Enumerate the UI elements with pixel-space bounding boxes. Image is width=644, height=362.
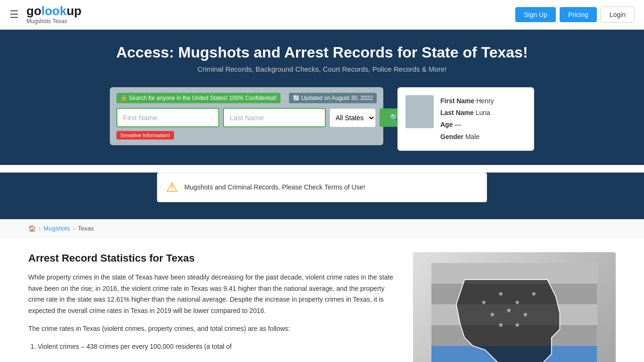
first-name-input[interactable] [116, 108, 219, 127]
crime-list: Violent crimes – 438 crimes per every 10… [38, 341, 394, 353]
svg-text:★: ★ [498, 321, 504, 329]
hero-title: Access: Mugshots and Arrest Records for … [9, 44, 635, 61]
list-item-1: Violent crimes – 438 crimes per every 10… [38, 341, 394, 353]
signup-button[interactable]: Sign Up [515, 7, 556, 22]
svg-text:★: ★ [523, 311, 529, 318]
breadcrumb-state: Texas [78, 225, 94, 232]
result-age: Age — [440, 119, 494, 131]
breadcrumb: 🏠 › Mugshots › Texas [28, 225, 616, 232]
header: ☰ golookup Mugshots Texas Sign Up Pricin… [0, 0, 644, 30]
texas-svg: ★ ★ ★ ★ ★ ★ ★ ★ ★ [428, 263, 601, 362]
content-left: Arrest Record Statistics for Texas While… [28, 252, 394, 362]
result-gender: Gender Male [440, 131, 494, 143]
result-lastname: Last Name Luna [440, 107, 494, 119]
result-info: First Name Henry Last Name Luna Age — Ge… [440, 95, 494, 143]
breadcrumb-sep1: › [39, 225, 41, 232]
result-firstname: First Name Henry [440, 95, 494, 107]
breadcrumb-sep2: › [73, 225, 75, 232]
search-top-bar: 🔒 Search for anyone in the United States… [116, 93, 377, 103]
search-section: 🔒 Search for anyone in the United States… [0, 82, 644, 165]
state-select[interactable]: All States Texas California Florida New … [330, 108, 376, 127]
article-title: Arrest Record Statistics for Texas [28, 252, 394, 264]
breadcrumb-section: 🏠 › Mugshots › Texas [0, 219, 644, 238]
login-button[interactable]: Login [601, 7, 635, 23]
svg-text:★: ★ [481, 298, 487, 306]
result-card: First Name Henry Last Name Luna Age — Ge… [397, 87, 534, 151]
hamburger-icon[interactable]: ☰ [9, 8, 19, 21]
hero-section: Access: Mugshots and Arrest Records for … [0, 30, 644, 82]
breadcrumb-mugshots[interactable]: Mugshots [43, 225, 70, 232]
logo-subtitle: Mugshots Texas [26, 18, 67, 25]
svg-text:★: ★ [514, 321, 520, 329]
logo: golookup Mugshots Texas [26, 5, 82, 25]
content-right: ★ ★ ★ ★ ★ ★ ★ ★ ★ [413, 252, 616, 362]
svg-text:★: ★ [531, 290, 537, 297]
warning-icon: ⚠ [166, 180, 178, 195]
pricing-button[interactable]: Pricing [560, 7, 597, 22]
hero-subtitle: Criminal Records, Background Checks, Cou… [9, 65, 635, 73]
paragraph1: While property crimes in the state of Te… [28, 272, 394, 317]
avatar [405, 95, 434, 128]
search-inputs: All States Texas California Florida New … [116, 108, 377, 127]
header-nav: Sign Up Pricing Login [515, 7, 635, 23]
svg-text:★: ★ [514, 298, 520, 306]
logo-go: go [26, 4, 41, 18]
logo-up: up [66, 4, 82, 18]
confidential-badge: 🔒 Search for anyone in the United States… [116, 93, 281, 103]
last-name-input[interactable] [223, 108, 326, 127]
logo-text: golookup [26, 5, 82, 17]
logo-look: look [41, 4, 66, 18]
main-content: Arrest Record Statistics for Texas While… [0, 238, 644, 362]
breadcrumb-home[interactable]: 🏠 [28, 225, 36, 232]
svg-text:★: ★ [506, 306, 512, 314]
updated-badge: 🔄 Updated on August 30, 2022 [289, 93, 377, 103]
svg-text:★: ★ [498, 290, 504, 297]
search-box: 🔒 Search for anyone in the United States… [110, 87, 383, 145]
sensitive-badge: Sensitive Information! [116, 131, 174, 140]
warning-text: Mugshots and Criminal Records. Please Ch… [184, 183, 365, 191]
paragraph2: The crime rates in Texas (violent crimes… [28, 323, 394, 335]
svg-text:★: ★ [489, 311, 495, 318]
texas-image: ★ ★ ★ ★ ★ ★ ★ ★ ★ [413, 252, 616, 362]
warning-bar: ⚠ Mugshots and Criminal Records. Please … [157, 173, 487, 202]
